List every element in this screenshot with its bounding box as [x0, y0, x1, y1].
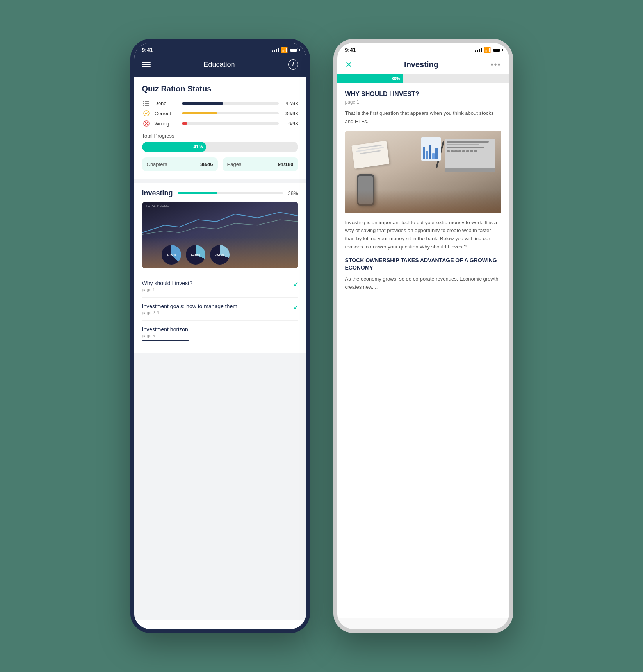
- article-body: Investing is an important tool to put yo…: [345, 219, 501, 251]
- right-phone: 9:41 📶 ✕ Investing ••• 38% WHY SHOULD I …: [333, 39, 513, 633]
- right-status-icons: 📶: [475, 47, 501, 53]
- right-time: 9:41: [345, 47, 356, 53]
- correct-bar: [182, 112, 279, 114]
- lesson-item-1[interactable]: Why should I invest? page 1 ✓: [142, 275, 298, 298]
- right-content: WHY SHOULD I INVEST? page 1 That is the …: [337, 83, 509, 618]
- right-battery-icon: [493, 48, 501, 52]
- wrong-bar: [182, 122, 279, 125]
- left-header: Education i: [134, 55, 306, 77]
- pages-label: Pages: [227, 161, 242, 167]
- section2-body-text: As the economy grows, so do corporate re…: [345, 276, 499, 290]
- article-page: page 1: [345, 99, 501, 105]
- done-bar: [182, 102, 279, 105]
- left-status-icons: 📶: [272, 47, 298, 53]
- left-time: 9:41: [142, 47, 153, 53]
- right-signal-icon: [475, 48, 482, 52]
- right-progress-pct: 38%: [392, 76, 400, 81]
- investing-image: 37.91% 31.86% 30.23% TOTAL INCOME: [142, 202, 298, 268]
- chapters-value: 38/46: [200, 161, 213, 167]
- lesson-3-text: Investment horizon page 5: [142, 326, 189, 341]
- investing-title: Investing: [142, 189, 173, 197]
- total-progress-pct: 41%: [193, 144, 203, 150]
- wrong-value: 6/98: [283, 121, 298, 127]
- total-progress-bar: 41%: [142, 142, 298, 152]
- investing-progress-bar: [178, 192, 283, 194]
- done-label: Done: [155, 100, 178, 106]
- progress-row-correct: Correct 36/98: [142, 110, 298, 116]
- quiz-title: Quiz Ration Status: [142, 84, 298, 93]
- section2-body: As the economy grows, so do corporate re…: [345, 275, 501, 291]
- list-icon: [142, 101, 151, 106]
- article-intro: That is the first question that appears …: [345, 109, 501, 126]
- chart-line-svg: [142, 206, 298, 237]
- chapters-label: Chapters: [147, 161, 167, 167]
- article-heading: WHY SHOULD I INVEST?: [345, 91, 501, 98]
- svg-point-6: [144, 111, 149, 116]
- stats-row: Chapters 38/46 Pages 94/180: [142, 157, 298, 171]
- lesson-item-2[interactable]: Investment goals: how to manage them pag…: [142, 298, 298, 321]
- lesson-2-check: ✓: [293, 304, 298, 311]
- done-value: 42/98: [283, 100, 298, 106]
- investing-pct: 38%: [288, 190, 298, 196]
- hamburger-icon[interactable]: [142, 62, 151, 67]
- left-phone: 9:41 📶 Education i Quiz: [130, 39, 310, 633]
- x-circle-icon: [142, 120, 151, 127]
- signal-icon: [272, 48, 279, 52]
- total-progress-fill: 41%: [142, 142, 206, 152]
- pages-value: 94/180: [278, 161, 294, 167]
- quiz-section: Quiz Ration Status Done: [134, 77, 306, 179]
- right-status-bar: 9:41 📶: [337, 43, 509, 55]
- lesson-item-3[interactable]: Investment horizon page 5: [142, 321, 298, 347]
- battery-icon: [290, 48, 298, 52]
- wrong-label: Wrong: [155, 121, 178, 127]
- right-wifi-icon: 📶: [484, 47, 491, 53]
- correct-value: 36/98: [283, 111, 298, 116]
- investing-section: Investing 38%: [134, 183, 306, 353]
- wifi-icon: 📶: [281, 47, 288, 53]
- progress-row-wrong: Wrong 6/98: [142, 120, 298, 127]
- investing-header: Investing 38%: [142, 189, 298, 197]
- chapters-stat: Chapters 38/46: [142, 157, 218, 171]
- section2-heading: STOCK OWNERSHIP TAKES ADVANTAGE OF A GRO…: [345, 257, 501, 272]
- more-options-button[interactable]: •••: [490, 60, 501, 69]
- lesson-3-underline: [142, 340, 189, 341]
- total-progress-label: Total Progress: [142, 133, 298, 139]
- article-image-scene: [345, 131, 501, 213]
- left-status-bar: 9:41 📶: [134, 43, 306, 55]
- lesson-1-text: Why should I invest? page 1: [142, 280, 192, 292]
- info-icon[interactable]: i: [288, 59, 298, 70]
- progress-row-done: Done 42/98: [142, 100, 298, 106]
- left-content: Quiz Ration Status Done: [134, 77, 306, 620]
- right-nav-bar: ✕ Investing •••: [337, 55, 509, 74]
- lesson-2-text: Investment goals: how to manage them pag…: [142, 303, 237, 315]
- right-progress-fill: 38%: [337, 74, 403, 83]
- pages-stat: Pages 94/180: [223, 157, 298, 171]
- check-circle-icon: [142, 110, 151, 116]
- right-page-title: Investing: [404, 60, 438, 69]
- lesson-1-check: ✓: [293, 281, 298, 288]
- close-button[interactable]: ✕: [345, 61, 352, 69]
- correct-label: Correct: [155, 111, 178, 116]
- chart-simulation: 37.91% 31.86% 30.23% TOTAL INCOME: [142, 202, 298, 268]
- article-image: [345, 131, 501, 213]
- right-progress-bar: 38%: [337, 74, 509, 83]
- page-title: Education: [203, 61, 235, 69]
- total-progress-section: Total Progress 41%: [142, 133, 298, 152]
